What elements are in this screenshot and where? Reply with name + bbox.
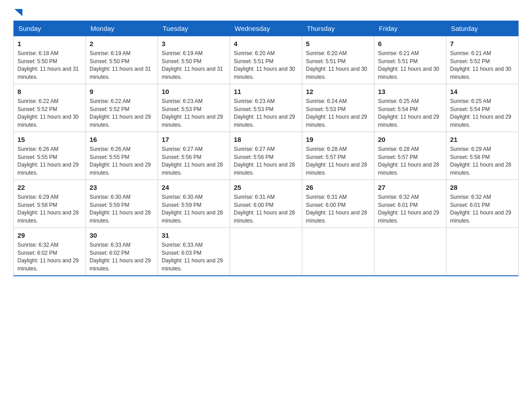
calendar-table: SundayMondayTuesdayWednesdayThursdayFrid… [13,21,519,276]
logo-triangle-icon [14,9,22,16]
page-header [13,9,519,16]
calendar-cell: 15Sunrise: 6:26 AMSunset: 5:55 PMDayligh… [14,132,86,180]
day-info: Sunrise: 6:20 AMSunset: 5:51 PMDaylight:… [234,50,295,80]
day-number: 3 [162,39,226,48]
calendar-cell: 31Sunrise: 6:33 AMSunset: 6:03 PMDayligh… [158,228,230,276]
calendar-cell: 14Sunrise: 6:25 AMSunset: 5:54 PMDayligh… [446,84,519,132]
calendar-week-5: 29Sunrise: 6:32 AMSunset: 6:02 PMDayligh… [14,228,519,276]
day-info: Sunrise: 6:33 AMSunset: 6:03 PMDaylight:… [162,242,223,272]
calendar-cell [302,228,374,276]
calendar-cell: 20Sunrise: 6:28 AMSunset: 5:57 PMDayligh… [374,132,446,180]
weekday-header-wednesday: Wednesday [230,21,302,36]
day-info: Sunrise: 6:19 AMSunset: 5:50 PMDaylight:… [90,50,151,80]
day-number: 15 [17,135,82,144]
day-info: Sunrise: 6:30 AMSunset: 5:59 PMDaylight:… [90,194,151,224]
logo [13,9,22,16]
svg-marker-0 [14,9,22,16]
day-info: Sunrise: 6:21 AMSunset: 5:51 PMDaylight:… [378,50,439,80]
calendar-cell: 23Sunrise: 6:30 AMSunset: 5:59 PMDayligh… [86,180,158,228]
calendar-week-3: 15Sunrise: 6:26 AMSunset: 5:55 PMDayligh… [14,132,519,180]
calendar-cell: 16Sunrise: 6:26 AMSunset: 5:55 PMDayligh… [86,132,158,180]
day-number: 18 [234,135,298,144]
day-number: 10 [162,87,226,96]
day-number: 5 [306,39,370,48]
day-info: Sunrise: 6:21 AMSunset: 5:52 PMDaylight:… [450,50,511,80]
calendar-cell: 17Sunrise: 6:27 AMSunset: 5:56 PMDayligh… [158,132,230,180]
day-number: 9 [90,87,154,96]
calendar-cell: 10Sunrise: 6:23 AMSunset: 5:53 PMDayligh… [158,84,230,132]
weekday-header-thursday: Thursday [302,21,374,36]
calendar-week-1: 1Sunrise: 6:18 AMSunset: 5:50 PMDaylight… [14,36,519,84]
day-number: 1 [17,39,82,48]
day-number: 19 [306,135,370,144]
calendar-cell: 24Sunrise: 6:30 AMSunset: 5:59 PMDayligh… [158,180,230,228]
calendar-cell: 13Sunrise: 6:25 AMSunset: 5:54 PMDayligh… [374,84,446,132]
calendar-cell: 7Sunrise: 6:21 AMSunset: 5:52 PMDaylight… [446,36,519,84]
day-number: 13 [378,87,442,96]
day-info: Sunrise: 6:29 AMSunset: 5:58 PMDaylight:… [17,194,79,224]
calendar-cell: 28Sunrise: 6:32 AMSunset: 6:01 PMDayligh… [446,180,519,228]
day-info: Sunrise: 6:33 AMSunset: 6:02 PMDaylight:… [90,242,151,272]
calendar-cell: 18Sunrise: 6:27 AMSunset: 5:56 PMDayligh… [230,132,302,180]
day-info: Sunrise: 6:22 AMSunset: 5:52 PMDaylight:… [90,98,151,128]
day-number: 17 [162,135,226,144]
day-number: 20 [378,135,442,144]
day-info: Sunrise: 6:24 AMSunset: 5:53 PMDaylight:… [306,98,367,128]
day-info: Sunrise: 6:27 AMSunset: 5:56 PMDaylight:… [234,146,295,176]
calendar-cell: 2Sunrise: 6:19 AMSunset: 5:50 PMDaylight… [86,36,158,84]
day-number: 27 [378,183,442,192]
day-info: Sunrise: 6:30 AMSunset: 5:59 PMDaylight:… [162,194,223,224]
calendar-cell [230,228,302,276]
calendar-cell: 9Sunrise: 6:22 AMSunset: 5:52 PMDaylight… [86,84,158,132]
calendar-cell: 29Sunrise: 6:32 AMSunset: 6:02 PMDayligh… [14,228,86,276]
day-number: 21 [450,135,515,144]
day-info: Sunrise: 6:32 AMSunset: 6:01 PMDaylight:… [378,194,439,224]
calendar-cell: 3Sunrise: 6:19 AMSunset: 5:50 PMDaylight… [158,36,230,84]
calendar-week-2: 8Sunrise: 6:22 AMSunset: 5:52 PMDaylight… [14,84,519,132]
calendar-cell: 21Sunrise: 6:29 AMSunset: 5:58 PMDayligh… [446,132,519,180]
calendar-cell: 12Sunrise: 6:24 AMSunset: 5:53 PMDayligh… [302,84,374,132]
day-number: 28 [450,183,515,192]
day-number: 4 [234,39,298,48]
day-info: Sunrise: 6:22 AMSunset: 5:52 PMDaylight:… [17,98,79,128]
calendar-cell: 27Sunrise: 6:32 AMSunset: 6:01 PMDayligh… [374,180,446,228]
day-number: 23 [90,183,154,192]
weekday-header-tuesday: Tuesday [158,21,230,36]
day-info: Sunrise: 6:31 AMSunset: 6:00 PMDaylight:… [306,194,367,224]
calendar-cell: 1Sunrise: 6:18 AMSunset: 5:50 PMDaylight… [14,36,86,84]
calendar-cell [374,228,446,276]
calendar-cell: 22Sunrise: 6:29 AMSunset: 5:58 PMDayligh… [14,180,86,228]
day-info: Sunrise: 6:32 AMSunset: 6:01 PMDaylight:… [450,194,511,224]
day-info: Sunrise: 6:28 AMSunset: 5:57 PMDaylight:… [378,146,439,176]
day-info: Sunrise: 6:26 AMSunset: 5:55 PMDaylight:… [17,146,79,176]
calendar-cell: 6Sunrise: 6:21 AMSunset: 5:51 PMDaylight… [374,36,446,84]
day-number: 30 [90,231,154,240]
calendar-cell: 8Sunrise: 6:22 AMSunset: 5:52 PMDaylight… [14,84,86,132]
day-number: 7 [450,39,515,48]
day-info: Sunrise: 6:25 AMSunset: 5:54 PMDaylight:… [378,98,439,128]
day-info: Sunrise: 6:26 AMSunset: 5:55 PMDaylight:… [90,146,151,176]
day-number: 6 [378,39,442,48]
day-number: 2 [90,39,154,48]
day-number: 11 [234,87,298,96]
day-number: 31 [162,231,226,240]
calendar-cell: 4Sunrise: 6:20 AMSunset: 5:51 PMDaylight… [230,36,302,84]
day-number: 14 [450,87,515,96]
day-number: 12 [306,87,370,96]
day-info: Sunrise: 6:27 AMSunset: 5:56 PMDaylight:… [162,146,223,176]
calendar-cell: 26Sunrise: 6:31 AMSunset: 6:00 PMDayligh… [302,180,374,228]
day-info: Sunrise: 6:29 AMSunset: 5:58 PMDaylight:… [450,146,511,176]
calendar-week-4: 22Sunrise: 6:29 AMSunset: 5:58 PMDayligh… [14,180,519,228]
calendar-cell: 11Sunrise: 6:23 AMSunset: 5:53 PMDayligh… [230,84,302,132]
calendar-cell: 30Sunrise: 6:33 AMSunset: 6:02 PMDayligh… [86,228,158,276]
day-number: 25 [234,183,298,192]
day-number: 22 [17,183,82,192]
calendar-cell: 25Sunrise: 6:31 AMSunset: 6:00 PMDayligh… [230,180,302,228]
day-info: Sunrise: 6:19 AMSunset: 5:50 PMDaylight:… [162,50,223,80]
day-info: Sunrise: 6:32 AMSunset: 6:02 PMDaylight:… [17,242,79,272]
day-info: Sunrise: 6:23 AMSunset: 5:53 PMDaylight:… [162,98,223,128]
day-number: 24 [162,183,226,192]
calendar-cell: 19Sunrise: 6:28 AMSunset: 5:57 PMDayligh… [302,132,374,180]
day-info: Sunrise: 6:25 AMSunset: 5:54 PMDaylight:… [450,98,511,128]
weekday-header-friday: Friday [374,21,446,36]
